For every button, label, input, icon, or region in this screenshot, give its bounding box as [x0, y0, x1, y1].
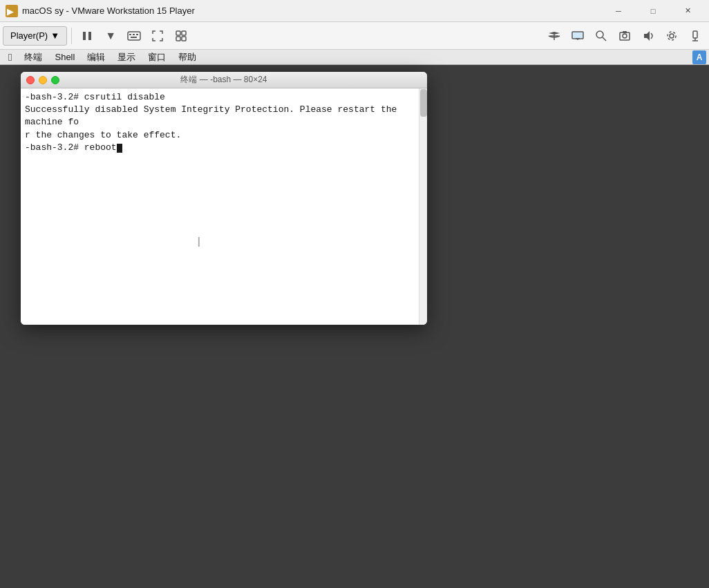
menu-edit[interactable]: 编辑: [82, 50, 111, 64]
accessibility-badge: A: [692, 50, 706, 64]
svg-rect-16: [573, 32, 583, 38]
traffic-lights: [26, 76, 59, 84]
player-button-label: Player(P): [10, 30, 48, 41]
pause-button[interactable]: [76, 25, 98, 47]
svg-rect-9: [176, 31, 180, 35]
search-icon: [595, 30, 607, 42]
pause-dropdown-button[interactable]: ▼: [100, 25, 122, 47]
scrollbar-thumb[interactable]: [420, 89, 427, 117]
text-cursor-indicator: [25, 157, 26, 167]
minimize-button[interactable]: ─: [603, 0, 634, 22]
menu-terminal[interactable]: 终端: [19, 50, 48, 64]
vmware-logo-icon: ▶: [6, 5, 18, 17]
vmware-toolbar: Player(P) ▼ ▼: [0, 22, 709, 50]
svg-text:▶: ▶: [7, 7, 14, 17]
svg-rect-8: [131, 37, 137, 38]
terminal-line-3: r the changes to take effect.: [25, 129, 415, 142]
svg-rect-5: [129, 34, 131, 35]
snapshot-button[interactable]: [614, 25, 636, 47]
minimize-traffic-light[interactable]: [39, 76, 47, 84]
apple-menu[interactable]: : [3, 50, 17, 64]
network-icon-button[interactable]: [543, 25, 565, 47]
player-dropdown-icon: ▼: [50, 30, 59, 41]
svg-rect-6: [133, 34, 135, 35]
maximize-traffic-light[interactable]: [51, 76, 59, 84]
player-button[interactable]: Player(P) ▼: [3, 26, 67, 46]
terminal-content[interactable]: -bash-3.2# csrutil disable Successfully …: [21, 88, 419, 325]
svg-line-20: [603, 37, 606, 41]
volume-icon: [642, 30, 654, 42]
terminal-title: 终端 — -bash — 80×24: [180, 74, 267, 86]
terminal-scrollbar-area: -bash-3.2# csrutil disable Successfully …: [21, 88, 427, 325]
unity-button[interactable]: [170, 25, 192, 47]
window-controls: ─ □ ✕: [603, 0, 703, 22]
cursor-block: [117, 144, 122, 153]
search-button[interactable]: [590, 25, 612, 47]
unity-icon: [175, 30, 187, 42]
svg-rect-4: [128, 32, 140, 40]
close-button[interactable]: ✕: [672, 0, 703, 22]
vm-icon: [571, 30, 585, 41]
keyboard-icon: [127, 30, 141, 41]
svg-rect-11: [176, 37, 180, 41]
menu-help[interactable]: 帮助: [173, 50, 202, 64]
svg-rect-2: [83, 32, 86, 40]
terminal-titlebar: 终端 — -bash — 80×24: [21, 72, 427, 88]
desktop: 终端 — -bash — 80×24 -bash-3.2# csrutil di…: [0, 65, 709, 588]
svg-point-26: [668, 32, 676, 40]
svg-rect-10: [182, 31, 186, 35]
mac-menubar:  终端 Shell 编辑 显示 窗口 帮助 A: [0, 50, 709, 65]
window-title: macOS sy - VMware Workstation 15 Player: [22, 6, 703, 16]
volume-button[interactable]: [637, 25, 659, 47]
fullscreen-button[interactable]: [146, 25, 169, 47]
toolbar-separator-1: [71, 28, 72, 44]
settings-button[interactable]: [661, 25, 683, 47]
svg-point-25: [670, 34, 674, 38]
terminal-scrollbar[interactable]: [419, 88, 427, 325]
menu-shell[interactable]: Shell: [49, 50, 80, 64]
menu-window[interactable]: 窗口: [142, 50, 171, 64]
usb-button[interactable]: [684, 25, 706, 47]
svg-rect-3: [88, 32, 91, 40]
pause-icon: [81, 30, 93, 42]
terminal-line-1: -bash-3.2# csrutil disable: [25, 91, 415, 104]
usb-icon: [689, 30, 701, 42]
svg-point-19: [596, 31, 603, 38]
svg-rect-23: [623, 31, 627, 33]
svg-marker-24: [644, 31, 650, 41]
terminal-window: 终端 — -bash — 80×24 -bash-3.2# csrutil di…: [21, 72, 427, 325]
send-ctrlaltdel-button[interactable]: [123, 25, 145, 47]
svg-point-22: [623, 34, 627, 38]
svg-rect-27: [693, 31, 697, 38]
toolbar-right-icons: [543, 25, 706, 47]
terminal-line-4: -bash-3.2# reboot: [25, 142, 415, 154]
fullscreen-icon: [151, 30, 164, 42]
maximize-button[interactable]: □: [637, 0, 669, 22]
gear-icon: [665, 30, 678, 42]
network-icon: [547, 30, 561, 41]
vmware-titlebar: ▶ macOS sy - VMware Workstation 15 Playe…: [0, 0, 709, 22]
menu-view[interactable]: 显示: [112, 50, 141, 64]
vm-icon-button[interactable]: [567, 25, 589, 47]
snapshot-icon: [618, 30, 631, 42]
menubar-right: A: [692, 50, 706, 64]
close-traffic-light[interactable]: [26, 76, 35, 84]
svg-rect-12: [182, 37, 186, 41]
terminal-line-2: Successfully disabled System Integrity P…: [25, 104, 415, 129]
svg-rect-7: [136, 34, 138, 35]
